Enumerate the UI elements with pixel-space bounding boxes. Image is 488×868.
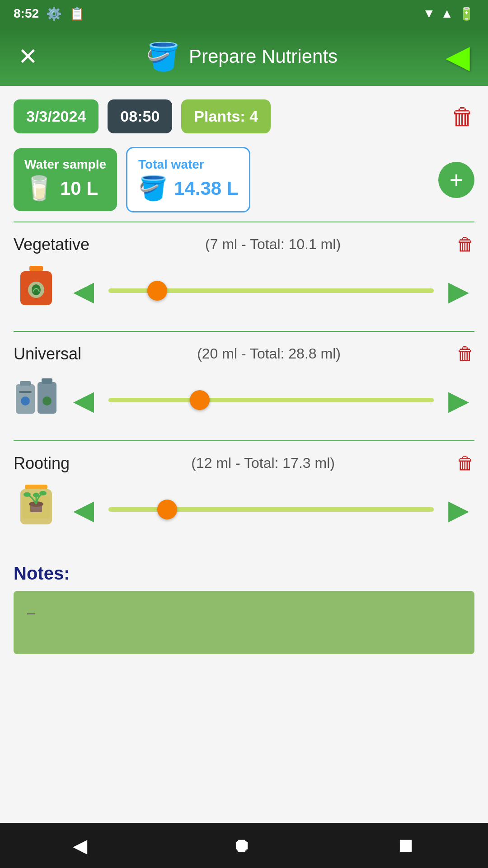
nutrient-vegetative-controls: ◀ ▶	[14, 259, 474, 326]
svg-point-9	[21, 396, 30, 406]
rooting-increase-button[interactable]: ▶	[443, 494, 474, 525]
time-badge[interactable]: 08:50	[108, 99, 172, 133]
water-sample-card[interactable]: Water sample 🥛 10 L	[14, 148, 117, 211]
header-title-group: 🪣 Prepare Nutrients	[146, 41, 338, 73]
header: ✕ 🪣 Prepare Nutrients ◀	[0, 27, 488, 86]
nutrient-vegetative-info: (7 ml - Total: 10.1 ml)	[205, 236, 341, 253]
universal-slider-thumb[interactable]	[190, 390, 210, 410]
vegetative-icon	[14, 264, 59, 317]
right-arrow-icon: ▶	[448, 275, 469, 307]
total-water-card[interactable]: Total water 🪣 14.38 L	[126, 147, 250, 212]
svg-rect-8	[19, 391, 32, 393]
total-water-icon: 🪣	[138, 175, 168, 202]
svg-point-12	[42, 396, 52, 406]
water-sample-title: Water sample	[24, 157, 106, 172]
content-area: 3/3/2024 08:50 Plants: 4 🗑 Water sample …	[0, 86, 488, 823]
svg-point-4	[32, 284, 41, 295]
water-sample-content: 🥛 10 L	[24, 175, 98, 202]
divider-universal	[14, 440, 474, 441]
nav-recent-button[interactable]: ⏹	[396, 835, 415, 856]
divider-top	[14, 222, 474, 222]
svg-rect-0	[29, 266, 43, 271]
vegetative-slider[interactable]	[108, 279, 434, 302]
nav-home-button[interactable]: ⏺	[232, 835, 251, 856]
signal-icon: ▲	[441, 6, 453, 21]
back-button[interactable]: ◀	[446, 38, 470, 75]
date-time-row: 3/3/2024 08:50 Plants: 4 🗑	[14, 99, 474, 133]
right-arrow-icon-2: ▶	[448, 384, 469, 416]
water-sample-value: 10 L	[60, 178, 98, 199]
nutrient-vegetative-header: Vegetative (7 ml - Total: 10.1 ml) 🗑	[14, 227, 474, 259]
water-cards-row: Water sample 🥛 10 L Total water 🪣 14.38 …	[14, 147, 474, 212]
page-title: Prepare Nutrients	[189, 46, 338, 67]
right-arrow-icon-3: ▶	[448, 494, 469, 525]
total-water-title: Total water	[138, 157, 204, 172]
left-arrow-icon-2: ◀	[73, 384, 94, 416]
notes-placeholder: –	[27, 604, 35, 621]
nutrient-rooting-info: (12 ml - Total: 17.3 ml)	[191, 455, 335, 472]
left-arrow-icon: ◀	[73, 275, 94, 307]
battery-icon: 🔋	[459, 6, 474, 21]
total-water-value: 14.38 L	[174, 178, 238, 199]
nav-back-button[interactable]: ◀	[73, 835, 87, 857]
status-bar: 8:52 ⚙️ 📋 ▼ ▲ 🔋	[0, 0, 488, 27]
nutrient-rooting-name: Rooting	[14, 454, 70, 473]
bottom-nav: ◀ ⏺ ⏹	[0, 823, 488, 868]
rooting-slider[interactable]	[108, 498, 434, 521]
nutrient-rooting-delete-button[interactable]: 🗑	[456, 453, 474, 473]
svg-rect-7	[20, 381, 31, 386]
rooting-slider-thumb[interactable]	[157, 500, 177, 519]
nutrient-universal-header: Universal (20 ml - Total: 28.8 ml) 🗑	[14, 336, 474, 368]
nutrient-universal-info: (20 ml - Total: 28.8 ml)	[197, 345, 341, 362]
svg-rect-13	[25, 485, 47, 489]
vegetative-slider-track	[108, 288, 434, 293]
rooting-icon	[14, 482, 59, 536]
svg-point-20	[39, 491, 47, 495]
date-badge[interactable]: 3/3/2024	[14, 99, 99, 133]
nutrient-universal-delete-button[interactable]: 🗑	[456, 344, 474, 364]
status-time: 8:52	[14, 6, 39, 21]
vegetative-slider-thumb[interactable]	[147, 281, 167, 301]
universal-slider-track	[108, 398, 434, 402]
notes-input[interactable]: –	[14, 591, 474, 654]
nutrient-vegetative-section: Vegetative (7 ml - Total: 10.1 ml) 🗑 ◀	[14, 227, 474, 332]
app-icon: 🪣	[146, 41, 180, 73]
status-right: ▼ ▲ 🔋	[423, 6, 474, 21]
svg-rect-11	[42, 378, 52, 384]
rooting-slider-track	[108, 507, 434, 512]
water-sample-icon: 🥛	[24, 175, 54, 202]
vegetative-increase-button[interactable]: ▶	[443, 275, 474, 307]
universal-slider[interactable]	[108, 389, 434, 411]
add-water-button[interactable]: +	[438, 162, 474, 198]
notes-label: Notes:	[14, 563, 474, 584]
nutrient-universal-controls: ◀ ▶	[14, 368, 474, 436]
status-left: 8:52 ⚙️ 📋	[14, 6, 85, 21]
close-button[interactable]: ✕	[18, 45, 38, 68]
nutrient-rooting-header: Rooting (12 ml - Total: 17.3 ml) 🗑	[14, 446, 474, 478]
total-water-content: 🪣 14.38 L	[138, 175, 238, 202]
universal-icon	[14, 373, 59, 427]
universal-decrease-button[interactable]: ◀	[68, 384, 99, 416]
nutrient-rooting-controls: ◀ ▶	[14, 478, 474, 545]
left-arrow-icon-3: ◀	[73, 494, 94, 525]
settings-icon: ⚙️	[46, 6, 62, 21]
nutrient-rooting-section: Rooting (12 ml - Total: 17.3 ml) 🗑	[14, 446, 474, 545]
clipboard-icon: 📋	[69, 6, 85, 21]
nutrient-universal-section: Universal (20 ml - Total: 28.8 ml) 🗑	[14, 336, 474, 441]
nutrient-universal-name: Universal	[14, 344, 81, 363]
wifi-icon: ▼	[423, 6, 436, 21]
divider-vegetative	[14, 331, 474, 332]
delete-record-button[interactable]: 🗑	[451, 103, 474, 130]
vegetative-decrease-button[interactable]: ◀	[68, 275, 99, 307]
notes-section: Notes: –	[14, 563, 474, 654]
nutrient-vegetative-name: Vegetative	[14, 235, 89, 254]
plants-badge[interactable]: Plants: 4	[181, 99, 271, 133]
nutrient-vegetative-delete-button[interactable]: 🗑	[456, 234, 474, 255]
svg-point-22	[33, 493, 39, 497]
rooting-decrease-button[interactable]: ◀	[68, 494, 99, 525]
universal-increase-button[interactable]: ▶	[443, 384, 474, 416]
svg-point-19	[23, 492, 31, 497]
